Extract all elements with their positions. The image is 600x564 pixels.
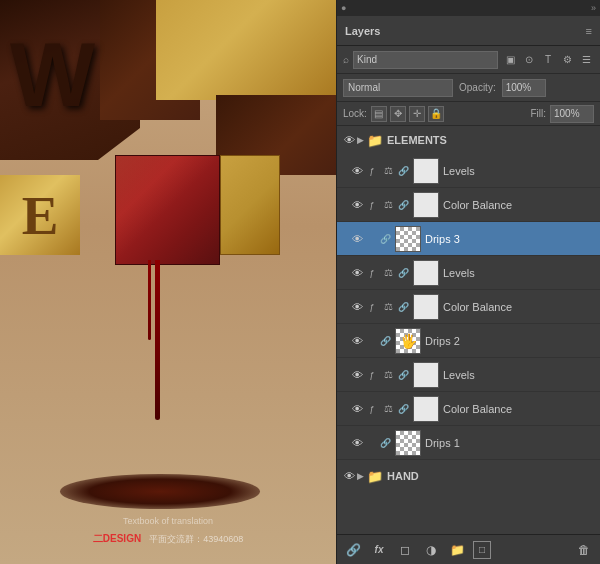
canvas: W E Textbook of translation 二DESIGN 平面交流… xyxy=(0,0,336,564)
lock-row: Lock: ▤ ✥ ✛ 🔒 Fill: 100% xyxy=(337,102,600,126)
thumb-levels-3 xyxy=(413,362,439,388)
letter-e-block: E xyxy=(0,175,80,255)
qq-text: 平面交流群：43940608 xyxy=(149,533,243,546)
layer-name-drips2: Drips 2 xyxy=(425,335,596,347)
link-drips3: 🔗 xyxy=(379,233,391,245)
layer-colorbalance-1[interactable]: 👁 ƒ ⚖ 🔗 Color Balance xyxy=(337,188,600,222)
new-layer-icon[interactable]: □ xyxy=(473,541,491,559)
link-layers-icon[interactable]: 🔗 xyxy=(343,540,363,560)
layer-name-colorbalance-3: Color Balance xyxy=(443,403,596,415)
drip-pool xyxy=(60,474,260,509)
group-name-hand: HAND xyxy=(387,470,419,482)
eye-levels-3[interactable]: 👁 xyxy=(349,367,365,383)
filter-smart-icon[interactable]: ☰ xyxy=(578,52,594,68)
choc-right-block xyxy=(220,155,280,255)
layer-name-drips1: Drips 1 xyxy=(425,437,596,449)
lock-icons: ▤ ✥ ✛ 🔒 xyxy=(371,106,444,122)
panel-dot: ● xyxy=(341,3,346,13)
adj-colorbalance-2: ⚖ xyxy=(379,298,397,316)
folder-icon-elements: 📁 xyxy=(367,133,383,148)
delete-layer-icon[interactable]: 🗑 xyxy=(574,540,594,560)
layer-colorbalance-3[interactable]: 👁 ƒ ⚖ 🔗 Color Balance xyxy=(337,392,600,426)
thumb-levels-1 xyxy=(413,158,439,184)
layer-drips3[interactable]: 👁 🔗 Drips 3 xyxy=(337,222,600,256)
lock-paint-icon[interactable]: ✥ xyxy=(390,106,406,122)
drip2 xyxy=(148,260,151,340)
filter-kind-select[interactable]: Kind xyxy=(353,51,498,69)
thumb-drips3 xyxy=(395,226,421,252)
layer-colorbalance-2[interactable]: 👁 ƒ ⚖ 🔗 Color Balance xyxy=(337,290,600,324)
layer-name-levels-1: Levels xyxy=(443,165,596,177)
eye-drips3[interactable]: 👁 xyxy=(349,231,365,247)
eye-colorbalance-1[interactable]: 👁 xyxy=(349,197,365,213)
layer-drips1[interactable]: 👁 🔗 Drips 1 xyxy=(337,426,600,460)
panel-collapse-icon[interactable]: » xyxy=(591,3,596,13)
watermark-text: Textbook of translation xyxy=(123,516,213,526)
new-group-icon[interactable]: 📁 xyxy=(447,540,467,560)
brand-name: 二DESIGN xyxy=(93,532,141,546)
filter-label: ⌕ xyxy=(343,54,349,65)
blend-mode-select[interactable]: Normal xyxy=(343,79,453,97)
fx-drips3 xyxy=(365,232,379,246)
group-elements[interactable]: 👁 ▶ 📁 ELEMENTS xyxy=(337,126,600,154)
thumb-colorbalance-1 xyxy=(413,192,439,218)
filter-pixel-icon[interactable]: ▣ xyxy=(502,52,518,68)
layers-panel: ● » Layers ≡ ⌕ Kind ▣ ⊙ T ⚙ ☰ Normal Opa… xyxy=(336,0,600,564)
layer-name-colorbalance-2: Color Balance xyxy=(443,301,596,313)
eye-colorbalance-2[interactable]: 👁 xyxy=(349,299,365,315)
adj-layer-icon[interactable]: ◑ xyxy=(421,540,441,560)
layer-levels-3[interactable]: 👁 ƒ ⚖ 🔗 Levels xyxy=(337,358,600,392)
link-levels-1: 🔗 xyxy=(397,165,409,177)
lock-position-icon[interactable]: ✛ xyxy=(409,106,425,122)
eye-drips2[interactable]: 👁 xyxy=(349,333,365,349)
eye-colorbalance-3[interactable]: 👁 xyxy=(349,401,365,417)
filter-shape-icon[interactable]: ⚙ xyxy=(559,52,575,68)
layer-levels-2[interactable]: 👁 ƒ ⚖ 🔗 Levels xyxy=(337,256,600,290)
thumb-colorbalance-3 xyxy=(413,396,439,422)
filter-type-icon[interactable]: T xyxy=(540,52,556,68)
eye-levels-1[interactable]: 👁 xyxy=(349,163,365,179)
thumb-levels-2 xyxy=(413,260,439,286)
link-levels-3: 🔗 xyxy=(397,369,409,381)
panel-menu-icon[interactable]: ≡ xyxy=(586,25,592,37)
layer-name-colorbalance-1: Color Balance xyxy=(443,199,596,211)
eye-icon-hand[interactable]: 👁 xyxy=(341,468,357,484)
group-arrow-elements[interactable]: ▶ xyxy=(357,135,364,145)
layer-drips2[interactable]: 👁 🔗 🖐 Drips 2 xyxy=(337,324,600,358)
eye-drips1[interactable]: 👁 xyxy=(349,435,365,451)
layer-name-levels-3: Levels xyxy=(443,369,596,381)
opacity-select[interactable]: 100% xyxy=(502,79,546,97)
link-colorbalance-2: 🔗 xyxy=(397,301,409,313)
add-mask-icon[interactable]: ◻ xyxy=(395,540,415,560)
eye-icon-elements[interactable]: 👁 xyxy=(341,132,357,148)
link-colorbalance-3: 🔗 xyxy=(397,403,409,415)
link-colorbalance-1: 🔗 xyxy=(397,199,409,211)
fx-icon[interactable]: fx xyxy=(369,540,389,560)
adj-levels-3: ⚖ xyxy=(379,366,397,384)
fx-colorbalance-3: ƒ xyxy=(365,402,379,416)
filter-adj-icon[interactable]: ⊙ xyxy=(521,52,537,68)
link-levels-2: 🔗 xyxy=(397,267,409,279)
adj-colorbalance-1: ⚖ xyxy=(379,196,397,214)
letter-w: W xyxy=(10,30,95,120)
watermarks: Textbook of translation 二DESIGN 平面交流群：43… xyxy=(0,532,336,546)
lock-label: Lock: xyxy=(343,108,367,119)
group-hand[interactable]: 👁 ▶ 📁 HAND xyxy=(337,462,600,490)
fill-select[interactable]: 100% xyxy=(550,105,594,123)
mode-row: Normal Opacity: 100% xyxy=(337,74,600,102)
layer-levels-1[interactable]: 👁 ƒ ⚖ 🔗 Levels xyxy=(337,154,600,188)
filter-row: ⌕ Kind ▣ ⊙ T ⚙ ☰ xyxy=(337,46,600,74)
thumb-drips1 xyxy=(395,430,421,456)
filter-icons: ▣ ⊙ T ⚙ ☰ xyxy=(502,52,594,68)
layer-name-drips3: Drips 3 xyxy=(425,233,596,245)
eye-levels-2[interactable]: 👁 xyxy=(349,265,365,281)
fx-drips1 xyxy=(365,436,379,450)
layer-name-levels-2: Levels xyxy=(443,267,596,279)
group-arrow-hand[interactable]: ▶ xyxy=(357,471,364,481)
lock-transparency-icon[interactable]: ▤ xyxy=(371,106,387,122)
fx-drips2 xyxy=(365,334,379,348)
choc-block-topright xyxy=(156,0,336,100)
lock-all-icon[interactable]: 🔒 xyxy=(428,106,444,122)
thumb-colorbalance-2 xyxy=(413,294,439,320)
layers-list[interactable]: 👁 ▶ 📁 ELEMENTS 👁 ƒ ⚖ 🔗 Levels 👁 ƒ ⚖ 🔗 xyxy=(337,126,600,534)
